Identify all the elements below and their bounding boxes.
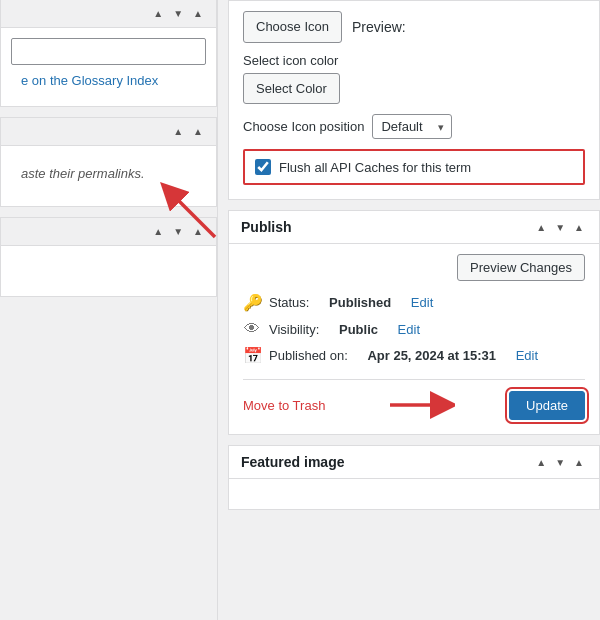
- collapse-up-btn-3[interactable]: ▲: [150, 224, 166, 239]
- icon-position-select[interactable]: Default Left Right: [372, 114, 452, 139]
- publish-tri-btn[interactable]: ▲: [571, 220, 587, 235]
- key-icon: 🔑: [243, 293, 261, 312]
- publish-title: Publish: [241, 219, 292, 235]
- featured-section: Featured image ▲ ▼ ▲: [228, 445, 600, 510]
- published-date: Apr 25, 2024 at 15:31: [367, 348, 496, 363]
- visibility-row: 👁 Visibility: Public Edit: [243, 320, 585, 338]
- status-row: 🔑 Status: Published Edit: [243, 293, 585, 312]
- choose-icon-button[interactable]: Choose Icon: [243, 11, 342, 43]
- featured-header: Featured image ▲ ▼ ▲: [229, 446, 599, 479]
- select-color-label: Select icon color: [243, 53, 585, 68]
- visibility-edit-link[interactable]: Edit: [398, 322, 420, 337]
- visibility-value: Public: [339, 322, 378, 337]
- published-label: Published on:: [269, 348, 348, 363]
- red-arrow-right: [385, 390, 455, 420]
- icon-position-label: Choose Icon position: [243, 119, 364, 134]
- featured-tri-btn[interactable]: ▲: [571, 455, 587, 470]
- icon-position-wrapper: Default Left Right: [372, 114, 452, 139]
- featured-down-btn[interactable]: ▼: [552, 455, 568, 470]
- publish-up-btn[interactable]: ▲: [533, 220, 549, 235]
- flush-api-checkbox[interactable]: [255, 159, 271, 175]
- flush-api-label: Flush all API Caches for this term: [279, 160, 471, 175]
- icon-section: Choose Icon Preview: Select icon color S…: [228, 0, 600, 200]
- permalink-italic: aste their permalinks.: [11, 156, 206, 191]
- term-input[interactable]: [11, 38, 206, 65]
- select-color-button[interactable]: Select Color: [243, 73, 340, 105]
- collapse-tri-btn-1[interactable]: ▲: [190, 6, 206, 21]
- eye-icon: 👁: [243, 320, 261, 338]
- update-button[interactable]: Update: [509, 391, 585, 420]
- featured-up-btn[interactable]: ▲: [533, 455, 549, 470]
- status-edit-link[interactable]: Edit: [411, 295, 433, 310]
- collapse-down-btn-1[interactable]: ▼: [170, 6, 186, 21]
- calendar-icon: 📅: [243, 346, 261, 365]
- publish-actions: Move to Trash Update: [243, 379, 585, 420]
- visibility-label: Visibility:: [269, 322, 319, 337]
- status-value: Published: [329, 295, 391, 310]
- status-label: Status:: [269, 295, 309, 310]
- preview-label: Preview:: [352, 19, 406, 35]
- glossary-index-link[interactable]: e on the Glossary Index: [11, 65, 206, 96]
- publish-section: Publish ▲ ▼ ▲ Preview Changes 🔑 Status: …: [228, 210, 600, 435]
- collapse-up-btn-1[interactable]: ▲: [150, 6, 166, 21]
- move-trash-link[interactable]: Move to Trash: [243, 398, 325, 413]
- collapse-tri-btn-3[interactable]: ▲: [190, 224, 206, 239]
- preview-changes-button[interactable]: Preview Changes: [457, 254, 585, 281]
- published-edit-link[interactable]: Edit: [516, 348, 538, 363]
- collapse-tri-btn-2[interactable]: ▲: [190, 124, 206, 139]
- collapse-down-btn-3[interactable]: ▼: [170, 224, 186, 239]
- featured-title: Featured image: [241, 454, 344, 470]
- publish-header: Publish ▲ ▼ ▲: [229, 211, 599, 244]
- collapse-up-btn-2[interactable]: ▲: [170, 124, 186, 139]
- publish-down-btn[interactable]: ▼: [552, 220, 568, 235]
- published-row: 📅 Published on: Apr 25, 2024 at 15:31 Ed…: [243, 346, 585, 365]
- flush-api-row: Flush all API Caches for this term: [243, 149, 585, 185]
